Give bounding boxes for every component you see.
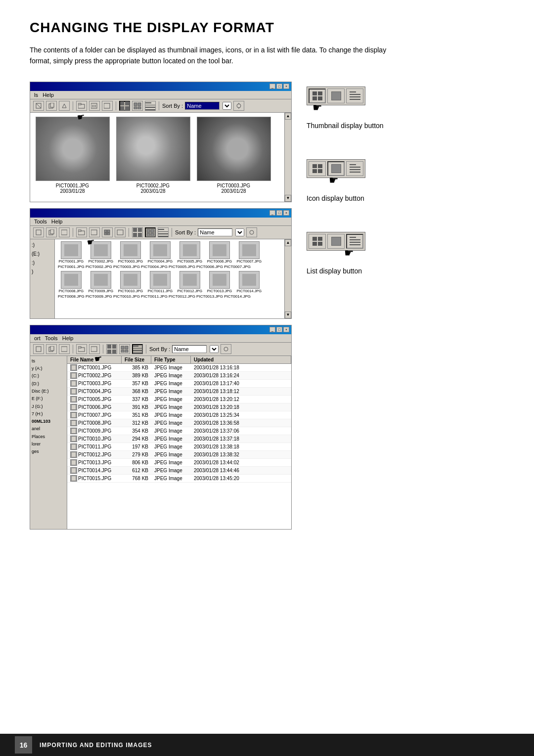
thumbnail-toolbar: ☛ (30, 99, 291, 113)
file-type-5: JPEG Image (151, 396, 191, 402)
menu-ort[interactable]: ort (34, 335, 41, 341)
tb-icon-view-btn[interactable] (132, 101, 143, 111)
thumbnail-menubar: ls Help (30, 91, 291, 99)
tb-btn-2[interactable] (46, 101, 57, 111)
thumbnail-display-group: ☛ Thumbnail display button (307, 87, 384, 130)
icon-win-minimize[interactable]: _ (269, 210, 275, 216)
list-file-row-5: PICT0005.JPG 337 KB JPEG Image 2003/01/2… (67, 396, 291, 403)
thumb-name-2: PICT0002.JPG (136, 183, 170, 188)
icon-toolbar: ☛ (30, 226, 291, 239)
list-view-list-btn[interactable] (132, 344, 143, 354)
tb-btn-3[interactable] (59, 101, 70, 111)
list-display-group: ☛ List display button (307, 232, 384, 275)
icon-view-thumb-btn[interactable] (132, 227, 143, 237)
file-size-9: 354 KB (122, 428, 151, 434)
svg-rect-46 (125, 350, 128, 353)
menu-ls[interactable]: ls (34, 92, 38, 98)
list-tb-5[interactable] (89, 344, 100, 354)
menu-help-3[interactable]: Help (62, 335, 74, 341)
tb-btn-1[interactable] (33, 101, 44, 111)
file-type-14: JPEG Image (151, 467, 191, 474)
thumbnail-panel: _ □ × ls Help ☛ (30, 82, 292, 202)
icon-tb-6[interactable] (102, 227, 113, 237)
svg-rect-33 (147, 233, 150, 236)
menu-help[interactable]: Help (43, 92, 54, 98)
icon-scroll-up[interactable]: ▲ (285, 239, 291, 246)
list-tb-2[interactable] (46, 344, 57, 354)
icon-tb-1[interactable] (33, 227, 44, 237)
list-panel: _ □ × ort Tools Help ☛ (30, 325, 292, 530)
icon-win-maximize[interactable]: □ (276, 210, 282, 216)
file-icon-12 (70, 451, 77, 458)
icon-tb-2[interactable] (46, 227, 57, 237)
scroll-down[interactable]: ▼ (285, 195, 291, 202)
list-display-label: List display button (307, 267, 384, 275)
icon-item-3: PICT0003.JPG (116, 241, 145, 264)
icon-display-btn[interactable] (327, 89, 345, 103)
svg-rect-43 (121, 346, 124, 349)
svg-rect-6 (78, 103, 81, 105)
menu-tools[interactable]: Tools (34, 219, 47, 224)
icon-item-4: PICT0004.JPG (146, 241, 175, 264)
win-maximize-btn[interactable]: □ (276, 84, 282, 89)
list-display-btn-icon-1[interactable] (346, 89, 363, 103)
file-icon-3 (70, 380, 77, 387)
list-win-minimize[interactable]: _ (269, 327, 275, 332)
list-view-icon-btn[interactable] (119, 344, 130, 354)
list-strip-icon-btn[interactable] (327, 234, 345, 249)
list-view-thumb-btn[interactable] (106, 344, 117, 354)
footer-text: IMPORTING AND EDITING IMAGES (40, 742, 152, 749)
icon-strip-thumb-btn[interactable] (309, 161, 326, 176)
list-tb-3[interactable] (59, 344, 70, 354)
sort-input-2[interactable] (198, 228, 232, 236)
tb-btn-5[interactable] (89, 101, 100, 111)
file-icon-4 (70, 388, 77, 395)
thumb-img-1 (36, 117, 110, 181)
tb-btn-6[interactable] (102, 101, 113, 111)
sort-input-3[interactable] (172, 345, 207, 353)
scrollbar-2[interactable]: ▲ ▼ (284, 239, 291, 318)
file-name-10: PICT0010.JPG (67, 435, 122, 443)
sort-dropdown-3[interactable] (210, 345, 219, 353)
file-size-15: 768 KB (122, 475, 151, 482)
list-tb-1[interactable] (33, 344, 44, 354)
file-name-3: PICT0003.JPG (67, 380, 122, 387)
list-win-close[interactable]: × (283, 327, 289, 332)
sort-dropdown-2[interactable] (235, 228, 244, 236)
list-win-maximize[interactable]: □ (276, 327, 282, 332)
tb-settings-btn[interactable] (233, 101, 244, 111)
win-minimize-btn[interactable]: _ (269, 84, 275, 89)
file-type-3: JPEG Image (151, 380, 191, 387)
icon-strip-list-btn[interactable] (346, 161, 363, 176)
sort-input-1[interactable] (185, 102, 220, 110)
file-name-5: PICT0005.JPG (67, 396, 122, 403)
list-settings-btn[interactable] (221, 344, 231, 354)
list-strip-thumb-btn[interactable] (309, 234, 326, 249)
icon-view-list-btn[interactable] (158, 227, 169, 237)
icon-view-icon-btn[interactable] (145, 227, 156, 237)
icon-tb-5[interactable] (89, 227, 100, 237)
tb-thumbnail-view-btn[interactable] (119, 101, 130, 111)
icon-tb-3[interactable] (59, 227, 70, 237)
icon-tb-folder[interactable] (76, 227, 87, 237)
tb-btn-folder[interactable] (76, 101, 87, 111)
menu-help-2[interactable]: Help (51, 219, 63, 224)
tb-list-view-btn[interactable] (145, 101, 156, 111)
file-name-14: PICT0014.JPG (67, 467, 122, 474)
win-close-btn[interactable]: × (283, 84, 289, 89)
icon-settings-btn[interactable] (246, 227, 257, 237)
scrollbar-1[interactable]: ▲ ▼ (284, 113, 291, 202)
icon-win-close[interactable]: × (283, 210, 289, 216)
icon-tb-7[interactable] (115, 227, 126, 237)
icon-img-11 (150, 271, 171, 289)
menu-tools-2[interactable]: Tools (45, 335, 58, 341)
icon-sidebar: :) (E:) :) ) (30, 239, 55, 318)
icon-scroll-down[interactable]: ▼ (285, 311, 291, 318)
sort-dropdown-1[interactable] (222, 102, 231, 110)
list-file-row-3: PICT0003.JPG 357 KB JPEG Image 2003/01/2… (67, 380, 291, 388)
scroll-up[interactable]: ▲ (285, 113, 291, 120)
svg-rect-28 (104, 233, 107, 235)
svg-rect-45 (121, 350, 124, 353)
file-date-6: 2003/01/28 13:20:18 (191, 404, 250, 410)
list-tb-folder[interactable] (76, 344, 87, 354)
